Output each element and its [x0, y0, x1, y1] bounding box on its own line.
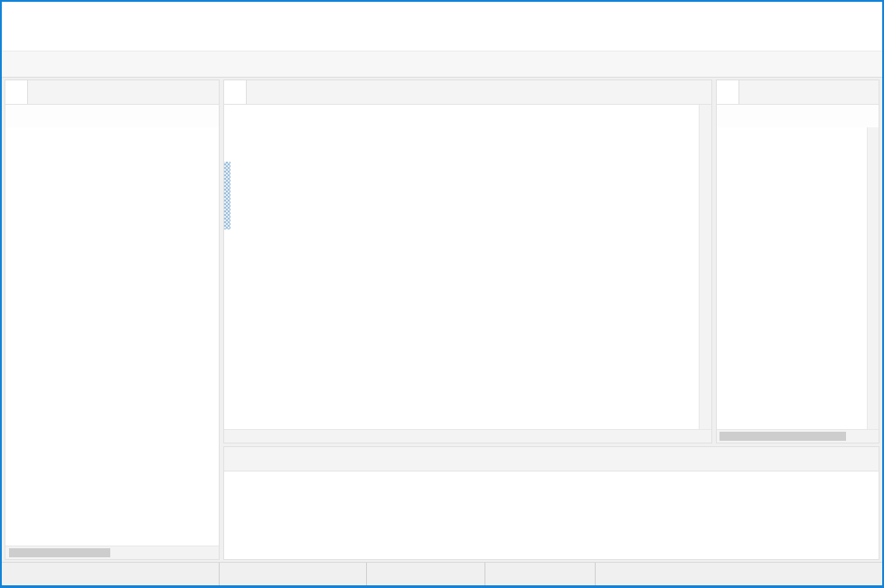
project-explorer-tree — [5, 127, 219, 546]
scrollbar-thumb[interactable] — [9, 548, 110, 557]
horizontal-scrollbar[interactable] — [717, 429, 879, 443]
maximize-view-button[interactable] — [859, 447, 879, 471]
project-explorer-toolbar — [5, 105, 219, 127]
cursor-position-status[interactable] — [485, 563, 596, 585]
vertical-scrollbar[interactable] — [867, 127, 879, 429]
outline-toolbar — [717, 105, 879, 127]
horizontal-scrollbar[interactable] — [224, 429, 711, 443]
header-spacer — [224, 447, 839, 471]
close-button[interactable] — [842, 2, 882, 27]
console-panel — [223, 446, 879, 560]
title-bar — [2, 2, 882, 27]
editor-tab[interactable] — [224, 80, 247, 104]
horizontal-scrollbar[interactable] — [5, 546, 219, 559]
scrollbar-track[interactable] — [7, 546, 217, 559]
project-explorer-tab[interactable] — [5, 80, 28, 104]
main-toolbar — [2, 51, 882, 78]
scrollbar-track[interactable] — [226, 430, 710, 443]
outline-tree — [717, 127, 867, 429]
method-range-indicator — [224, 162, 230, 229]
maximize-view-button[interactable] — [691, 80, 711, 104]
header-spacer — [28, 80, 179, 104]
eclipse-window — [0, 0, 884, 588]
right-column — [223, 79, 879, 560]
header-spacer — [247, 80, 672, 104]
header-spacer — [739, 80, 839, 104]
status-bar — [2, 562, 882, 585]
outline-body — [717, 127, 879, 429]
minimize-view-button[interactable] — [672, 80, 691, 104]
maximize-view-button[interactable] — [859, 80, 879, 104]
window-controls — [760, 2, 882, 27]
console-output[interactable] — [224, 475, 879, 559]
scrollbar-track[interactable] — [719, 430, 877, 443]
project-explorer-header — [5, 80, 219, 105]
writable-status — [220, 563, 367, 585]
outline-tab[interactable] — [717, 80, 739, 104]
minimize-button[interactable] — [760, 2, 801, 27]
console-body — [224, 471, 879, 559]
minimize-view-button[interactable] — [179, 80, 199, 104]
workbench-area — [2, 78, 882, 562]
editor-outline-row — [223, 79, 879, 443]
insert-mode-status — [367, 563, 485, 585]
outline-header — [717, 80, 879, 105]
minimize-view-button[interactable] — [839, 80, 859, 104]
menu-bar — [2, 27, 882, 51]
maximize-view-button[interactable] — [199, 80, 219, 104]
status-bar-spacer — [2, 563, 220, 585]
console-tab-bar — [224, 447, 879, 471]
code-editor[interactable] — [224, 105, 699, 429]
outline-panel — [716, 79, 879, 443]
editor-tab-bar — [224, 80, 711, 105]
vertical-scrollbar[interactable] — [699, 105, 711, 429]
project-explorer-panel — [5, 79, 220, 560]
maximize-button[interactable] — [801, 2, 842, 27]
editor-body — [224, 105, 711, 429]
scrollbar-thumb[interactable] — [719, 432, 846, 441]
editor-panel — [223, 79, 712, 443]
minimize-view-button[interactable] — [839, 447, 859, 471]
